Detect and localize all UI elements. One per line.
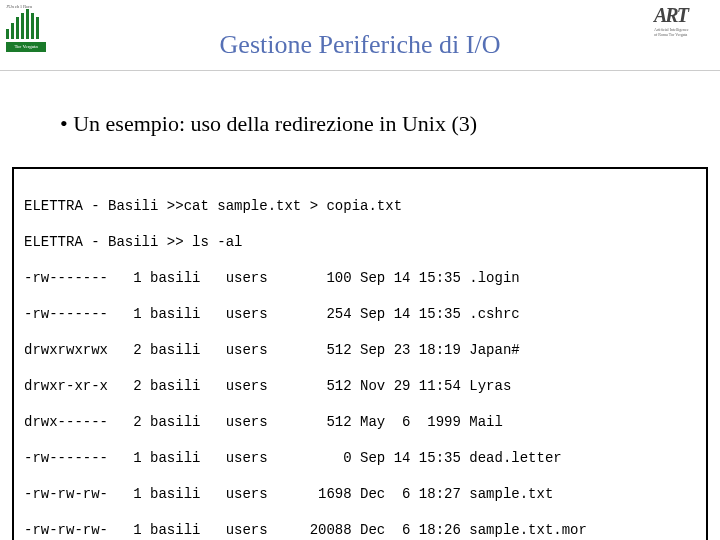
logo-caption: Tor Vergata bbox=[6, 42, 46, 52]
art-logo-right: ART Artificial Intelligence of Roma Tor … bbox=[654, 4, 714, 37]
art-logo-sub2: of Roma Tor Vergata bbox=[654, 32, 714, 37]
bullet-text: Un esempio: uso della redirezione in Uni… bbox=[60, 111, 680, 137]
art-logo-text: ART bbox=[654, 4, 714, 27]
term-line: -rw-rw-rw- 1 basili users 1698 Dec 6 18:… bbox=[24, 485, 696, 503]
university-logo-left: J'Un ch 1 Rom Tor Vergata bbox=[6, 4, 54, 52]
term-line: drwxrwxrwx 2 basili users 512 Sep 23 18:… bbox=[24, 341, 696, 359]
term-line: -rw-rw-rw- 1 basili users 20088 Dec 6 18… bbox=[24, 521, 696, 539]
term-line: -rw------- 1 basili users 100 Sep 14 15:… bbox=[24, 269, 696, 287]
term-line: ELETTRA - Basili >> ls -al bbox=[24, 233, 696, 251]
slide-title: Gestione Periferiche di I/O bbox=[0, 0, 720, 60]
logo-bars-icon bbox=[6, 9, 54, 39]
term-line: drwxr-xr-x 2 basili users 512 Nov 29 11:… bbox=[24, 377, 696, 395]
term-line: -rw------- 1 basili users 254 Sep 14 15:… bbox=[24, 305, 696, 323]
term-line: drwx------ 2 basili users 512 May 6 1999… bbox=[24, 413, 696, 431]
slide-header: J'Un ch 1 Rom Tor Vergata ART Artificial… bbox=[0, 0, 720, 71]
terminal-output: ELETTRA - Basili >>cat sample.txt > copi… bbox=[12, 167, 708, 540]
term-line: -rw------- 1 basili users 0 Sep 14 15:35… bbox=[24, 449, 696, 467]
term-line: ELETTRA - Basili >>cat sample.txt > copi… bbox=[24, 197, 696, 215]
bullet-area: Un esempio: uso della redirezione in Uni… bbox=[0, 71, 720, 157]
